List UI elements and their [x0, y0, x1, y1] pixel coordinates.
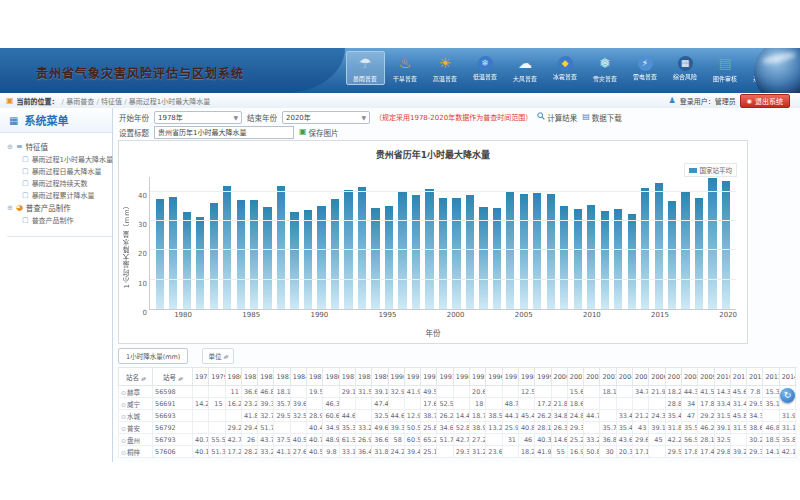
chart-bar[interactable]: [196, 217, 204, 309]
chart-bar[interactable]: [520, 194, 528, 309]
tree-leaf[interactable]: ▢普查产品制作: [22, 214, 112, 226]
station-id-header[interactable]: 站号 ▲▼: [153, 368, 193, 386]
chart-bar[interactable]: [574, 209, 582, 309]
breadcrumb-link[interactable]: 特征值: [101, 98, 122, 106]
chart-bar[interactable]: [183, 212, 191, 309]
chart-bar[interactable]: [655, 183, 663, 309]
chart-bar[interactable]: [331, 199, 339, 309]
chart-bar[interactable]: [439, 198, 447, 309]
chart-bar[interactable]: [263, 207, 271, 309]
tree-node[interactable]: ⊕◕普查产品制作: [7, 201, 112, 214]
gridline: [150, 279, 736, 280]
hail-icon: ◆: [558, 56, 573, 71]
chart-bar[interactable]: [614, 209, 622, 309]
start-year-select[interactable]: 1978年 ▼: [154, 111, 242, 124]
row-expand-icon[interactable]: ⊙: [121, 401, 126, 408]
value-cell: 33.2: [584, 434, 600, 446]
chart-bar[interactable]: [452, 198, 460, 309]
tree-leaf[interactable]: ▢暴雨过程累计降水量: [22, 189, 112, 201]
tree-expand-icon[interactable]: ⊕: [7, 204, 13, 212]
end-year-select[interactable]: 2020年 ▼: [282, 111, 370, 124]
chart-bar[interactable]: [695, 198, 703, 309]
gridline: [150, 220, 736, 221]
tree-leaf[interactable]: ▢暴雨过程日最大降水量: [22, 165, 112, 177]
chart-bar[interactable]: [560, 206, 568, 309]
toolbar-item-hightemp[interactable]: ☀高温普查: [426, 51, 465, 85]
chart-bar[interactable]: [290, 212, 298, 309]
toolbar-item-label: 暴雨普查: [353, 74, 377, 83]
save-image-button[interactable]: ▣ 保存图片: [299, 127, 339, 138]
chart-bar[interactable]: [533, 193, 541, 309]
chart-bar[interactable]: [601, 211, 609, 309]
refresh-float-button[interactable]: ↻: [780, 388, 795, 403]
calc-result-button[interactable]: 计算结果: [537, 112, 577, 123]
value-cell: 46.8: [258, 386, 274, 398]
table-row: ⊙普安5679229.229.451.740.434.935.333.249.6…: [119, 422, 798, 434]
value-cell: 45.4: [518, 410, 534, 422]
chart-bar[interactable]: [277, 186, 285, 309]
unit-sort-header[interactable]: 单位 ▲▼: [202, 348, 233, 364]
chart-bar[interactable]: [250, 200, 258, 309]
toolbar-item-rainstorm[interactable]: ☂暴雨普查: [346, 51, 385, 85]
value-cell: 29.1: [339, 386, 355, 398]
toolbar-item-review[interactable]: ▤图件审核: [706, 51, 745, 85]
value-cell: 40.8: [518, 422, 534, 434]
chart-bar[interactable]: [668, 201, 676, 309]
chart-bar[interactable]: [493, 208, 501, 309]
value-cell: [339, 398, 355, 410]
document-icon: ▢: [22, 179, 29, 187]
logout-button[interactable]: ◉ 退出系统: [740, 94, 790, 108]
chart-bar[interactable]: [237, 200, 245, 309]
tree-leaf[interactable]: ▢暴雨过程1小时最大降水量: [22, 153, 112, 165]
value-cell: 49.5: [421, 386, 437, 398]
year-header: 2014: [779, 368, 795, 386]
toolbar-item-lowtemp[interactable]: ❄低温普查: [466, 51, 505, 85]
chart-title-input[interactable]: [154, 126, 294, 139]
tree-leaf-label: 普查产品制作: [32, 215, 74, 225]
chart-bar[interactable]: [385, 206, 393, 309]
value-cell: 9.8: [323, 446, 339, 458]
chart-bar[interactable]: [708, 178, 716, 309]
row-expand-icon[interactable]: ⊙: [121, 425, 126, 432]
row-expand-icon[interactable]: ⊙: [121, 449, 126, 456]
value-cell: 51.7: [258, 422, 274, 434]
table-scroll-area[interactable]: 站名 ▲▼站号 ▲▼197819791980198119821983198419…: [118, 367, 797, 458]
chart-bar[interactable]: [317, 206, 325, 309]
toolbar-item-hail[interactable]: ◆冰雹普查: [546, 51, 585, 85]
toolbar-item-wind[interactable]: ☁大风普查: [506, 51, 545, 85]
toolbar-item-snow[interactable]: ❅雪灾普查: [586, 51, 625, 85]
breadcrumb-link[interactable]: 暴雨过程1小时最大降水量: [129, 98, 210, 106]
product-icon: ◕: [16, 203, 23, 212]
chart-bar[interactable]: [547, 194, 555, 309]
chart-bar[interactable]: [628, 214, 636, 309]
value-cell: 34.9: [323, 422, 339, 434]
value-cell: 14.4: [453, 410, 469, 422]
toolbar-item-drought[interactable]: ♨干旱普查: [386, 51, 425, 85]
chart-bar[interactable]: [223, 186, 231, 309]
chart-bar[interactable]: [412, 195, 420, 309]
chart-bar[interactable]: [466, 195, 474, 309]
chart-bar[interactable]: [479, 207, 487, 309]
chart-bar[interactable]: [156, 199, 164, 309]
station-name-header[interactable]: 站名 ▲▼: [119, 368, 153, 386]
value-cell: [795, 386, 797, 398]
tree-leaf-label: 暴雨过程1小时最大降水量: [32, 154, 113, 164]
row-expand-icon[interactable]: ⊙: [121, 389, 126, 396]
data-download-button[interactable]: ▤ 数据下载: [582, 112, 622, 123]
toolbar-item-lightning[interactable]: ⚡雷电普查: [626, 51, 665, 85]
toolbar-item-risk[interactable]: ▦综合风险: [666, 51, 705, 85]
chart-legend[interactable]: 国家站平均: [684, 163, 738, 177]
tree-node[interactable]: ⊕≡特征值: [7, 140, 112, 153]
tree-leaf[interactable]: ▢暴雨过程持续天数: [22, 177, 112, 189]
chart-bar[interactable]: [304, 210, 312, 309]
chart-bar[interactable]: [722, 181, 730, 309]
row-expand-icon[interactable]: ⊙: [121, 437, 126, 444]
breadcrumb-link[interactable]: 暴雨普查: [66, 98, 94, 106]
chart-bar[interactable]: [169, 197, 177, 309]
tree-expand-icon[interactable]: ⊕: [7, 143, 13, 151]
chart-bar[interactable]: [358, 187, 366, 309]
chart-bar[interactable]: [371, 208, 379, 309]
toolbar-item-label: 干旱普查: [393, 74, 417, 83]
row-expand-icon[interactable]: ⊙: [121, 413, 126, 420]
year-header: 2015: [795, 368, 797, 386]
